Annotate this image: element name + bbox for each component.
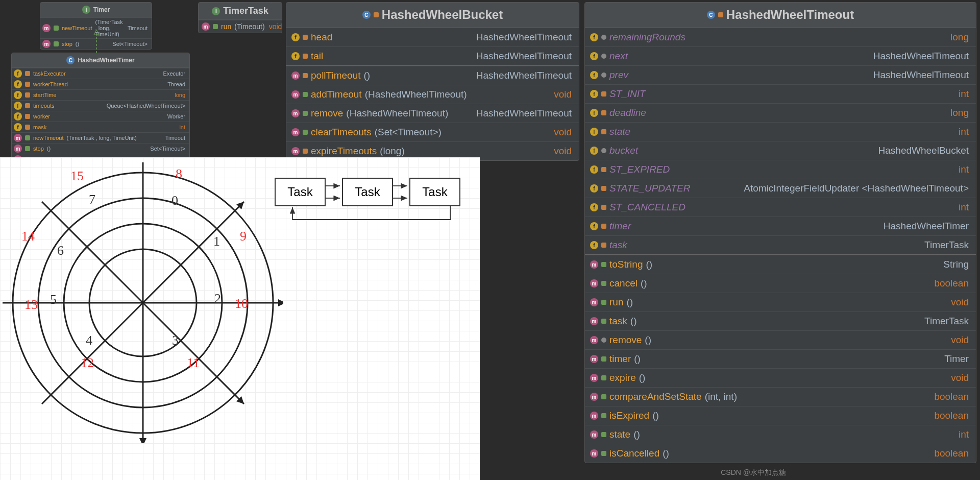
member-type: boolean <box>934 278 969 289</box>
member-name: next <box>609 51 628 62</box>
method-icon: m <box>590 279 598 287</box>
field-icon: f <box>590 33 598 41</box>
unlock-icon <box>25 146 30 151</box>
method-icon: m <box>202 22 210 31</box>
member-list: fheadHashedWheelTimeoutftailHashedWheelT… <box>286 28 579 160</box>
lock-icon <box>601 91 606 97</box>
wheel-slot-10: 10 <box>235 296 248 311</box>
method-newTimeout: mnewTimeout(TimerTask , long, TimeUnit)T… <box>12 132 189 143</box>
field-head: fheadHashedWheelTimeout <box>286 28 579 46</box>
lock-icon <box>25 125 30 130</box>
member-name: ST_CANCELLED <box>609 202 685 213</box>
member-type: TimerTask <box>924 316 969 327</box>
lock-icon <box>601 224 606 229</box>
wheel-slot-4: 4 <box>86 333 92 348</box>
member-params: () <box>364 70 371 81</box>
lock-icon <box>25 114 30 119</box>
method-task: mtask()TimerTask <box>585 311 976 330</box>
member-params: () <box>76 41 79 47</box>
member-type: Queue<HashedWheelTimeout> <box>107 103 185 109</box>
member-type: AtomicIntegerFieldUpdater <HashedWheelTi… <box>744 183 969 194</box>
member-params: () <box>630 316 637 327</box>
member-type: int <box>959 429 969 440</box>
field-icon: f <box>590 90 598 98</box>
field-icon: f <box>14 80 22 88</box>
method-expire: mexpire()void <box>585 368 976 387</box>
member-name: run <box>221 22 231 31</box>
method-icon: m <box>14 134 22 142</box>
member-type: Thread <box>167 81 185 87</box>
method-icon: m <box>590 260 598 269</box>
member-type: HashedWheelTimer <box>884 221 969 232</box>
wheel-slot-13: 13 <box>24 297 38 313</box>
unlock-icon <box>601 451 606 456</box>
wheel-slot-8: 8 <box>176 166 182 182</box>
field-tail: ftailHashedWheelTimeout <box>286 46 579 65</box>
member-type: Timeout <box>165 135 185 141</box>
member-type: Timer <box>944 353 969 365</box>
member-type: Timeout <box>128 25 148 31</box>
member-type: Set<Timeout> <box>150 146 185 152</box>
wheel-slot-12: 12 <box>81 355 94 371</box>
member-type: void <box>554 146 572 157</box>
member-type: HashedWheelTimeout <box>873 51 969 62</box>
unlock-icon <box>601 300 606 305</box>
unlock-icon <box>303 130 308 135</box>
field-icon: f <box>14 112 22 121</box>
unlock-icon <box>601 319 606 324</box>
lock-icon <box>718 12 723 17</box>
member-type: HashedWheelTimeout <box>476 51 572 62</box>
svg-marker-10 <box>278 299 283 306</box>
unlock-icon <box>25 135 30 140</box>
method-icon: m <box>590 430 598 439</box>
member-name: stop <box>33 146 44 152</box>
field-state: fstateint <box>585 122 976 141</box>
unlock-icon <box>601 262 606 267</box>
member-name: task <box>609 239 627 251</box>
lock-icon <box>25 92 30 98</box>
method-timer: mtimer()Timer <box>585 349 976 368</box>
member-name: prev <box>609 69 628 81</box>
member-params: (HashedWheelTimeout) <box>365 89 467 100</box>
field-task: ftaskTimerTask <box>585 235 976 254</box>
package-icon <box>601 35 606 40</box>
member-params: () <box>645 334 651 346</box>
lock-icon <box>303 54 308 59</box>
wheel-slot-7: 7 <box>89 192 95 207</box>
method-pollTimeout: mpollTimeout()HashedWheelTimeout <box>286 66 579 85</box>
member-name: worker <box>33 113 50 119</box>
member-params: () <box>626 297 633 308</box>
member-type: boolean <box>934 448 969 459</box>
member-type: HashedWheelTimeout <box>873 69 969 81</box>
field-icon: f <box>291 52 300 60</box>
lock-icon <box>601 167 606 172</box>
wheel-slot-14: 14 <box>21 229 35 244</box>
member-type: Worker <box>167 113 185 119</box>
uml-arrow <box>96 30 97 53</box>
field-ST_INIT: fST_INITint <box>585 84 976 103</box>
field-prev: fprevHashedWheelTimeout <box>585 65 976 84</box>
lock-icon <box>303 35 308 40</box>
method-isExpired: misExpired()boolean <box>585 406 976 425</box>
field-icon: f <box>590 165 598 174</box>
wheel-slot-15: 15 <box>70 169 84 184</box>
lock-icon <box>601 205 606 210</box>
member-name: compareAndSetState <box>609 391 702 402</box>
lock-icon <box>25 71 30 76</box>
member-name: taskExecutor <box>33 70 66 77</box>
member-name: timer <box>609 353 631 365</box>
wheel-slot-11: 11 <box>187 355 200 371</box>
member-name: pollTimeout <box>311 70 361 81</box>
lock-icon <box>25 103 30 108</box>
package-icon <box>601 54 606 59</box>
unlock-icon <box>601 375 606 380</box>
member-params: () <box>639 372 646 383</box>
field-icon: f <box>590 128 598 136</box>
member-name: timer <box>609 221 631 232</box>
field-icon: f <box>590 184 598 193</box>
class-title: HashedWheelTimer <box>78 57 134 64</box>
card-header: I TimerTask <box>199 3 282 20</box>
member-name: addTimeout <box>311 89 362 100</box>
member-type: int <box>959 126 969 137</box>
member-name: clearTimeouts <box>311 127 372 138</box>
